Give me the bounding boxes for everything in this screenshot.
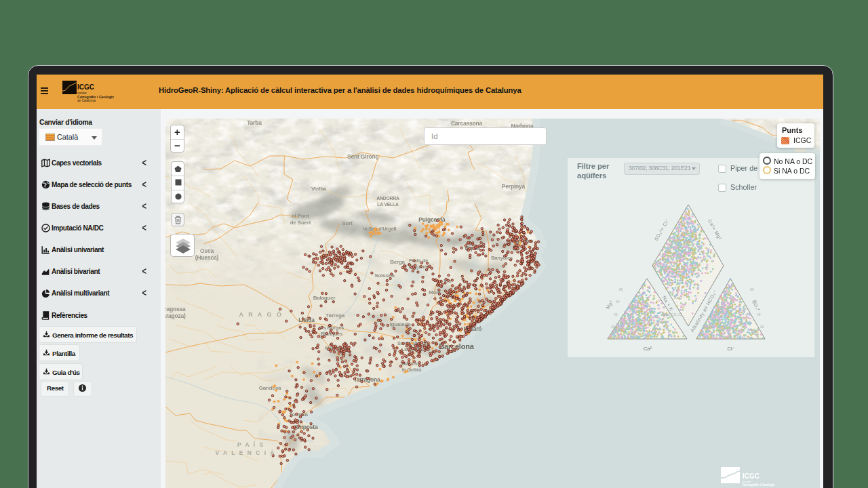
svg-text:A R A G Ó: A R A G Ó [239, 310, 283, 318]
svg-text:Balaguer: Balaguer [313, 295, 336, 301]
svg-text:ICGC: ICGC [743, 472, 760, 480]
svg-text:SO₄²+ Cl⁻: SO₄²+ Cl⁻ [654, 218, 670, 241]
svg-text:Amposta: Amposta [294, 424, 318, 430]
svg-text:Na-HCO₃-Cl: Na-HCO₃-Cl [663, 312, 682, 317]
svg-text:Lleida: Lleida [298, 317, 315, 323]
svg-text:40: 40 [757, 312, 761, 317]
svg-text:60: 60 [616, 300, 620, 304]
svg-text:60: 60 [753, 300, 757, 304]
svg-text:Na-Cl: Na-Cl [674, 296, 683, 300]
svg-text:(Saragoza): (Saragoza) [165, 312, 186, 319]
svg-text:Sort: Sort [342, 220, 353, 226]
svg-text:Ca²: Ca² [644, 346, 652, 352]
svg-text:P A Í S: P A Í S [237, 441, 264, 448]
svg-text:Cartogràfic i Geològic: Cartogràfic i Geològic [743, 483, 775, 487]
svg-text:Mg²: Mg² [605, 300, 614, 310]
svg-text:de Suert: de Suert [290, 220, 311, 226]
svg-text:Tarba: Tarba [247, 119, 262, 126]
svg-text:Vielha: Vielha [311, 186, 327, 192]
svg-text:Sent Gironç: Sent Gironç [347, 153, 378, 160]
svg-text:LA VELLA: LA VELLA [377, 202, 399, 207]
svg-text:Cl⁻: Cl⁻ [727, 346, 734, 352]
svg-text:ANDORRA: ANDORRA [376, 196, 399, 201]
svg-text:Berga: Berga [390, 259, 405, 265]
svg-text:Prats de: Prats de [409, 258, 428, 264]
svg-text:el Pont: el Pont [292, 213, 309, 219]
svg-text:Tàrrega: Tàrrega [326, 312, 345, 319]
svg-text:80: 80 [619, 287, 623, 291]
svg-text:Osca: Osca [200, 247, 214, 254]
svg-text:80: 80 [750, 287, 754, 291]
svg-text:(Huesca): (Huesca) [195, 254, 219, 261]
svg-text:la Seu d'Urgell: la Seu d'Urgell [363, 226, 397, 232]
svg-text:20: 20 [611, 325, 615, 329]
svg-text:Gandesa: Gandesa [259, 385, 281, 391]
svg-text:40: 40 [614, 312, 618, 317]
svg-text:Carcassona: Carcassona [451, 120, 483, 127]
svg-text:Saragossa: Saragossa [165, 306, 186, 312]
svg-text:Perpinyà: Perpinyà [502, 183, 526, 190]
svg-text:V A L E N C I À: V A L E N C I À [215, 449, 275, 456]
svg-text:Ca²+ Mg²: Ca²+ Mg² [707, 219, 723, 241]
svg-text:20: 20 [760, 325, 764, 329]
